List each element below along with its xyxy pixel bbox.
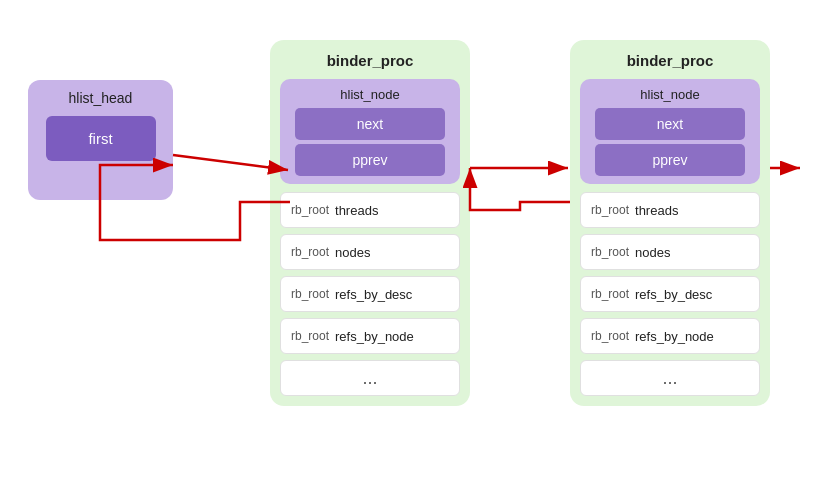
hlist-node-2-label: hlist_node	[640, 87, 699, 102]
hlist-node-1-pprev: pprev	[295, 144, 445, 176]
field-1-ellipsis: ...	[280, 360, 460, 396]
binder-proc-1-title: binder_proc	[280, 52, 460, 69]
hlist-node-2-pprev: pprev	[595, 144, 745, 176]
field-name: refs_by_node	[635, 329, 714, 344]
binder-proc-2: binder_proc hlist_node next pprev rb_roo…	[570, 40, 770, 406]
diagram-container: hlist_head first binder_proc hlist_node …	[0, 0, 817, 504]
arrow-pprev2-to-next1	[470, 168, 570, 210]
field-type: rb_root	[291, 287, 329, 301]
field-2-refs-by-desc: rb_root refs_by_desc	[580, 276, 760, 312]
hlist-node-2-next: next	[595, 108, 745, 140]
field-type: rb_root	[291, 245, 329, 259]
hlist-head-first: first	[46, 116, 156, 161]
field-name: refs_by_node	[335, 329, 414, 344]
field-2-refs-by-node: rb_root refs_by_node	[580, 318, 760, 354]
hlist-node-1-next: next	[295, 108, 445, 140]
field-type: rb_root	[591, 245, 629, 259]
field-2-ellipsis: ...	[580, 360, 760, 396]
field-1-refs-by-desc: rb_root refs_by_desc	[280, 276, 460, 312]
field-name: refs_by_desc	[335, 287, 412, 302]
field-2-threads: rb_root threads	[580, 192, 760, 228]
field-name: nodes	[335, 245, 370, 260]
field-type: rb_root	[591, 203, 629, 217]
field-type: rb_root	[591, 329, 629, 343]
hlist-head-box: hlist_head first	[28, 80, 173, 200]
field-name: threads	[335, 203, 378, 218]
field-name: refs_by_desc	[635, 287, 712, 302]
hlist-node-1-label: hlist_node	[340, 87, 399, 102]
hlist-node-1: hlist_node next pprev	[280, 79, 460, 184]
binder-proc-2-title: binder_proc	[580, 52, 760, 69]
field-name: threads	[635, 203, 678, 218]
hlist-node-2: hlist_node next pprev	[580, 79, 760, 184]
field-1-threads: rb_root threads	[280, 192, 460, 228]
field-1-nodes: rb_root nodes	[280, 234, 460, 270]
field-2-nodes: rb_root nodes	[580, 234, 760, 270]
field-type: rb_root	[591, 287, 629, 301]
field-name: nodes	[635, 245, 670, 260]
field-type: rb_root	[291, 203, 329, 217]
field-type: rb_root	[291, 329, 329, 343]
hlist-head-label: hlist_head	[69, 90, 133, 106]
field-1-refs-by-node: rb_root refs_by_node	[280, 318, 460, 354]
binder-proc-1: binder_proc hlist_node next pprev rb_roo…	[270, 40, 470, 406]
